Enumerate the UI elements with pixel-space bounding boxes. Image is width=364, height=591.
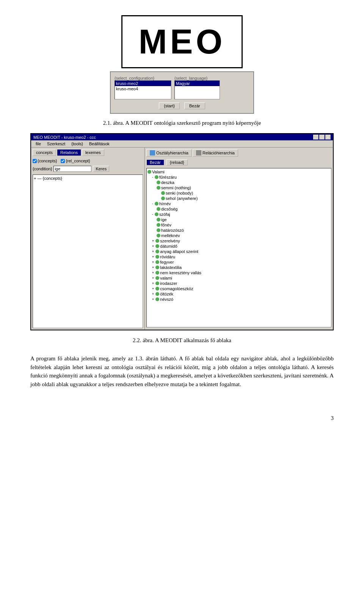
dot-datumido bbox=[155, 244, 159, 248]
ot-item-szofaj[interactable]: - szófaj bbox=[147, 212, 330, 217]
ot-item-furezaru[interactable]: - fűrészáru bbox=[147, 174, 330, 180]
menu-file[interactable]: file bbox=[33, 141, 44, 146]
ot-item-dicsoseg[interactable]: dicsőség bbox=[147, 206, 330, 212]
ontology-tree[interactable]: Valami - fűrészáru deszka bbox=[146, 168, 331, 327]
left-tabs: concepts Relations lexemes bbox=[33, 149, 143, 156]
config-label: {select_configuration} bbox=[115, 76, 171, 80]
meodit-title: MEO MEODIT - kruso-meo2 - ccc bbox=[33, 135, 96, 140]
expand-nevzo: + bbox=[152, 297, 154, 301]
right-tabs: Osztályhierarchia Relációhierarchia bbox=[146, 149, 331, 157]
ot-item-senki[interactable]: senki (nobody) bbox=[147, 190, 330, 196]
label-hatarozoszo: határozószó bbox=[161, 228, 184, 233]
tab-osztaly[interactable]: Osztályhierarchia bbox=[146, 149, 192, 157]
ot-item-fonev[interactable]: főnév bbox=[147, 222, 330, 228]
maximize-button[interactable]: □ bbox=[319, 135, 325, 140]
label-irodaszer: irodaszer bbox=[160, 281, 177, 286]
ot-item-ige[interactable]: ige bbox=[147, 217, 330, 222]
expand-datumido: + bbox=[152, 244, 154, 248]
tab-osztaly-label: Osztályhierarchia bbox=[156, 151, 188, 155]
dot-nevzo bbox=[155, 297, 159, 301]
search-button[interactable]: Keres bbox=[93, 166, 109, 172]
ot-item-nevzo[interactable]: + névszó bbox=[147, 297, 330, 302]
label-deszka: deszka bbox=[161, 180, 174, 185]
expand-furezaru: - bbox=[152, 175, 153, 179]
expand-szofaj: - bbox=[152, 212, 153, 216]
ot-item-szerelveny[interactable]: + szerelvény bbox=[147, 238, 330, 244]
config-listbox[interactable]: kruso-meo2 kruso-meo4 bbox=[115, 80, 171, 99]
logo-box: MEO bbox=[121, 15, 243, 68]
label-valami2: valami bbox=[160, 276, 172, 280]
label-anyag: anyag állapot szerint bbox=[160, 249, 198, 254]
ot-item-mellekev[interactable]: melléknév bbox=[147, 233, 330, 238]
figure2-caption: 2.2. ábra. A MEODIT alkalmazás fő ablaka bbox=[133, 337, 231, 344]
relacio-icon bbox=[196, 150, 201, 156]
lang-listbox[interactable]: Magyar bbox=[174, 80, 220, 99]
menu-beallitasok[interactable]: Beállítások bbox=[86, 141, 113, 146]
ot-item-lakastextilia[interactable]: + lakástextilia bbox=[147, 265, 330, 270]
label-fonev: főnév bbox=[161, 223, 171, 227]
menu-tools[interactable]: {tools} bbox=[68, 141, 86, 146]
ot-item-valami[interactable]: Valami bbox=[147, 169, 330, 174]
left-checkboxes: {concepts} {rel_concept} bbox=[33, 159, 143, 163]
reload-button[interactable]: {reload} bbox=[166, 159, 188, 165]
cb-concepts-input[interactable] bbox=[33, 159, 37, 163]
ot-item-hirnev[interactable]: - hírnév bbox=[147, 201, 330, 206]
ot-item-csomagolo[interactable]: + csomagolóeszköz bbox=[147, 286, 330, 291]
expand-fegyver: + bbox=[152, 260, 154, 264]
tab-concepts[interactable]: concepts bbox=[33, 149, 56, 156]
close-window-button[interactable]: × bbox=[325, 135, 331, 140]
config-item-1[interactable]: kruso-meo2 bbox=[115, 81, 171, 86]
label-fegyver: fegyver bbox=[160, 260, 174, 264]
ot-item-rovidaru[interactable]: + rövidáru bbox=[147, 254, 330, 259]
left-panel: concepts Relations lexemes {concepts} {r… bbox=[31, 148, 145, 330]
expand-oltozek: + bbox=[152, 292, 154, 296]
dot-csomagolo bbox=[155, 287, 159, 291]
lang-label: {select_language} bbox=[174, 76, 220, 80]
ot-item-oltozek[interactable]: + öltözék bbox=[147, 291, 330, 297]
label-dicsoseg: dicsőség bbox=[161, 207, 177, 211]
close-button[interactable]: Bezár bbox=[184, 102, 205, 109]
ot-item-hatarozoszo[interactable]: határozószó bbox=[147, 228, 330, 233]
ot-item-nemkereszteny[interactable]: + nem keresztény vallás bbox=[147, 270, 330, 275]
tab-relations[interactable]: Relations bbox=[57, 149, 81, 156]
label-nevzo: névszó bbox=[160, 297, 173, 302]
dot-irodaszer bbox=[155, 281, 159, 285]
ot-item-datumido[interactable]: + dátumidő bbox=[147, 244, 330, 249]
ot-item-semmi[interactable]: semmi (nothing) bbox=[147, 185, 330, 190]
ot-item-sehol[interactable]: sehol (anywhere) bbox=[147, 196, 330, 201]
left-tree[interactable]: + — {concepts} bbox=[33, 174, 143, 328]
expand-hirnev: - bbox=[152, 202, 153, 206]
bezar-button[interactable]: Bezár bbox=[146, 159, 164, 165]
cb-rel-concept[interactable]: {rel_concept} bbox=[61, 159, 90, 163]
search-condition-label: {condition} bbox=[33, 167, 52, 171]
expand-nemkereszteny: + bbox=[152, 271, 154, 275]
ot-item-valami2[interactable]: + valami bbox=[147, 275, 330, 281]
dot-hirnev bbox=[155, 202, 158, 206]
dot-senki bbox=[161, 191, 165, 195]
search-input[interactable] bbox=[53, 166, 91, 172]
label-rovidaru: rövidáru bbox=[160, 255, 175, 259]
ot-item-deszka[interactable]: deszka bbox=[147, 180, 330, 185]
expand-lakastextilia: + bbox=[152, 266, 154, 269]
dot-mellekev bbox=[157, 234, 160, 237]
tab-lexemes[interactable]: lexemes bbox=[82, 149, 104, 156]
cb-rel-concept-input[interactable] bbox=[61, 159, 65, 163]
lang-item-1[interactable]: Magyar bbox=[175, 81, 220, 86]
ot-item-irodaszer[interactable]: + irodaszer bbox=[147, 281, 330, 286]
meodit-window: MEO MEODIT - kruso-meo2 - ccc _ □ × file… bbox=[30, 133, 334, 330]
tree-root[interactable]: + — {concepts} bbox=[34, 176, 142, 181]
expand-szerelveny: + bbox=[152, 239, 154, 243]
expand-irodaszer: + bbox=[152, 281, 154, 285]
menu-szerkeszt[interactable]: Szerkeszt bbox=[44, 141, 68, 146]
minimize-button[interactable]: _ bbox=[313, 135, 318, 140]
start-button[interactable]: {start} bbox=[159, 102, 180, 109]
menubar: file Szerkeszt {tools} Beállítások bbox=[31, 140, 333, 148]
cb-concepts[interactable]: {concepts} bbox=[33, 159, 57, 163]
osztaly-icon bbox=[150, 150, 155, 156]
meo-logo-text: MEO bbox=[138, 22, 225, 61]
ot-item-fegyver[interactable]: + fegyver bbox=[147, 259, 330, 265]
tab-relacio[interactable]: Relációhierarchia bbox=[193, 149, 238, 157]
ot-item-anyag[interactable]: + anyag állapot szerint bbox=[147, 249, 330, 254]
dot-sehol bbox=[161, 196, 165, 200]
config-item-2[interactable]: kruso-meo4 bbox=[115, 86, 171, 91]
